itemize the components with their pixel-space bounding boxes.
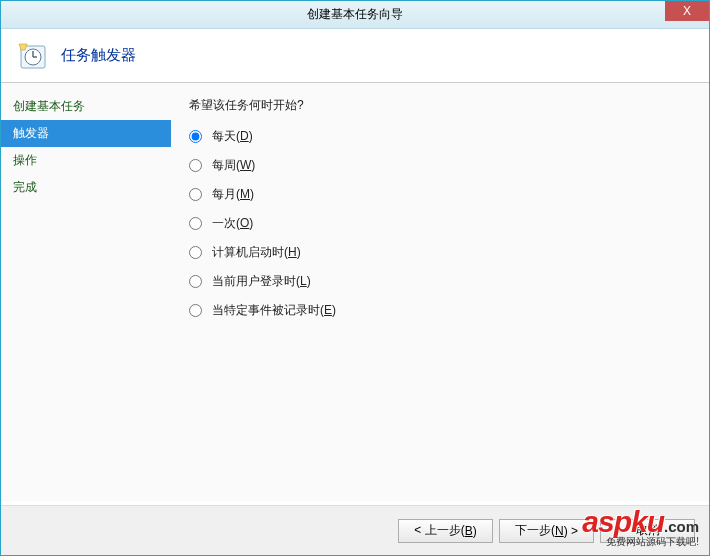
wizard-main: 希望该任务何时开始? 每天(D) 每周(W) 每月(M) 一次(O) 计算机启动… — [171, 83, 709, 501]
radio-label-event: 当特定事件被记录时(E) — [212, 302, 336, 319]
radio-row-once[interactable]: 一次(O) — [189, 215, 691, 232]
radio-row-event[interactable]: 当特定事件被记录时(E) — [189, 302, 691, 319]
radio-label-daily: 每天(D) — [212, 128, 253, 145]
next-button[interactable]: 下一步(N) > — [499, 519, 594, 543]
radio-label-weekly: 每周(W) — [212, 157, 255, 174]
wizard-header: 任务触发器 — [1, 29, 709, 83]
close-icon: X — [683, 4, 691, 18]
radio-label-monthly: 每月(M) — [212, 186, 254, 203]
wizard-footer: < 上一步(B) 下一步(N) > 取消 — [1, 505, 709, 555]
radio-row-daily[interactable]: 每天(D) — [189, 128, 691, 145]
radio-label-startup: 计算机启动时(H) — [212, 244, 301, 261]
wizard-content: 创建基本任务 触发器 操作 完成 希望该任务何时开始? 每天(D) 每周(W) … — [1, 83, 709, 501]
radio-once[interactable] — [189, 217, 202, 230]
trigger-options: 每天(D) 每周(W) 每月(M) 一次(O) 计算机启动时(H) 当前用户登录… — [189, 128, 691, 331]
radio-event[interactable] — [189, 304, 202, 317]
radio-label-logon: 当前用户登录时(L) — [212, 273, 311, 290]
page-title: 任务触发器 — [61, 46, 136, 65]
radio-logon[interactable] — [189, 275, 202, 288]
close-button[interactable]: X — [665, 1, 709, 21]
sidebar-item-finish[interactable]: 完成 — [1, 174, 171, 201]
radio-row-logon[interactable]: 当前用户登录时(L) — [189, 273, 691, 290]
radio-row-startup[interactable]: 计算机启动时(H) — [189, 244, 691, 261]
wizard-sidebar: 创建基本任务 触发器 操作 完成 — [1, 83, 171, 501]
radio-monthly[interactable] — [189, 188, 202, 201]
cancel-button[interactable]: 取消 — [600, 519, 695, 543]
window-title: 创建基本任务向导 — [307, 6, 403, 23]
back-button[interactable]: < 上一步(B) — [398, 519, 493, 543]
sidebar-item-create-task[interactable]: 创建基本任务 — [1, 93, 171, 120]
radio-row-weekly[interactable]: 每周(W) — [189, 157, 691, 174]
trigger-prompt: 希望该任务何时开始? — [189, 97, 691, 114]
radio-label-once: 一次(O) — [212, 215, 253, 232]
radio-daily[interactable] — [189, 130, 202, 143]
radio-weekly[interactable] — [189, 159, 202, 172]
sidebar-item-trigger[interactable]: 触发器 — [1, 120, 171, 147]
sidebar-item-action[interactable]: 操作 — [1, 147, 171, 174]
radio-startup[interactable] — [189, 246, 202, 259]
clock-wizard-icon — [17, 40, 49, 72]
titlebar: 创建基本任务向导 X — [1, 1, 709, 29]
radio-row-monthly[interactable]: 每月(M) — [189, 186, 691, 203]
